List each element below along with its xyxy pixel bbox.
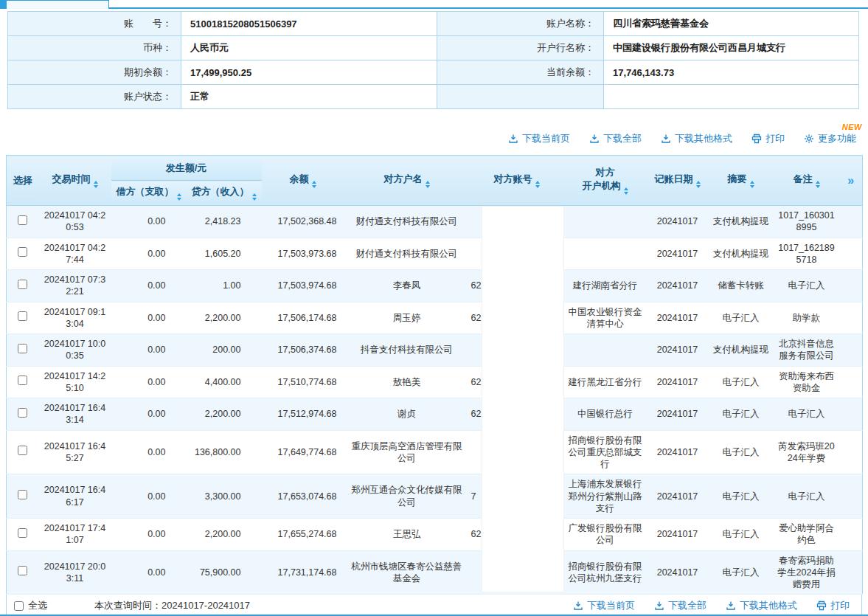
cell-posting-date: 20241017 [647, 398, 709, 431]
select-all-checkbox[interactable] [14, 601, 24, 611]
cell-transaction-time: 20241017 09:13:04 [39, 302, 111, 334]
currency-label: 币种： [8, 36, 181, 60]
row-checkbox[interactable] [18, 446, 27, 455]
cell-remark: 北京抖音信息服务有限公司 [774, 334, 840, 367]
sort-icon[interactable] [750, 181, 754, 188]
sort-icon[interactable] [816, 181, 820, 188]
bank-name-value: 中国建设银行股份有限公司西昌月城支行 [604, 36, 859, 60]
select-all-label: 全选 [28, 599, 47, 612]
col-header-remark[interactable]: 备注 [774, 156, 840, 206]
col-header-balance-label: 余额 [290, 173, 309, 184]
cell-counterparty-bank [564, 334, 647, 367]
col-header-credit[interactable]: 贷方（收入） [187, 181, 262, 206]
query-time-text: 本次查询时间：20241017-20241017 [94, 599, 250, 612]
row-checkbox[interactable] [18, 311, 27, 321]
cell-posting-date: 20241017 [647, 302, 709, 334]
row-checkbox[interactable] [18, 376, 27, 385]
row-checkbox[interactable] [18, 490, 27, 499]
download-other-format-link[interactable]: 下载其他格式 [661, 132, 732, 145]
cell-balance: 17,506,174.68 [262, 302, 344, 334]
cell-select [7, 519, 39, 551]
row-checkbox[interactable] [18, 280, 27, 289]
select-all[interactable]: 全选 [14, 599, 47, 612]
cell-transaction-time: 20241017 04:27:44 [39, 238, 111, 270]
col-header-balance[interactable]: 余额 [262, 156, 344, 206]
row-checkbox[interactable] [18, 344, 27, 353]
download-icon [654, 601, 664, 611]
col-header-account-label: 对方账号 [494, 173, 532, 184]
cell-transaction-time: 20241017 07:32:21 [39, 270, 111, 302]
download-all-link[interactable]: 下载全部 [654, 599, 706, 612]
row-checkbox[interactable] [18, 215, 27, 225]
download-other-format-label: 下载其他格式 [675, 132, 732, 145]
cell-posting-date: 20241017 [647, 270, 709, 302]
cell-counterparty-bank: 招商银行股份有限公司杭州九堡支行 [564, 550, 647, 595]
cell-posting-date: 20241017 [647, 334, 709, 367]
cell-debit-amount: 0.00 [111, 550, 187, 595]
sort-icon[interactable] [177, 193, 181, 201]
tab-stub [0, 0, 6, 9]
account-name-value: 四川省索玛慈善基金会 [604, 12, 859, 36]
col-header-counterparty-account[interactable]: 对方账号 [470, 156, 564, 206]
sort-icon[interactable] [426, 181, 430, 188]
cell-credit-amount: 4,400.00 [187, 366, 262, 398]
cell-select [7, 474, 39, 519]
col-header-counterparty-label: 对方户名 [384, 173, 423, 184]
cell-credit-amount: 2,200.00 [187, 398, 262, 431]
cell-credit-amount: 2,418.23 [187, 206, 262, 238]
sort-icon[interactable] [535, 181, 540, 188]
sort-icon[interactable] [94, 181, 98, 188]
download-all-label: 下载全部 [668, 599, 706, 612]
cell-summary: 电子汇入 [709, 398, 774, 431]
print-link[interactable]: 打印 [751, 132, 785, 145]
download-current-page-link[interactable]: 下载当前页 [573, 599, 635, 612]
cell-counterparty-bank: 中国银行总行 [564, 398, 647, 431]
account-status-value: 正常 [181, 85, 437, 109]
cell-transaction-time: 20241017 17:41:07 [39, 519, 111, 551]
sort-icon[interactable] [624, 187, 628, 195]
cell-debit-amount: 0.00 [111, 334, 187, 367]
active-tab[interactable] [6, 0, 109, 9]
sort-icon[interactable] [252, 193, 257, 201]
col-header-posting-date[interactable]: 记账日期 [647, 156, 709, 206]
col-header-summary[interactable]: 摘要 [709, 156, 774, 206]
more-columns-icon: » [847, 174, 854, 187]
cell-remark: 爱心助学阿合约色 [774, 519, 840, 551]
download-all-label: 下载全部 [603, 132, 642, 145]
row-checkbox[interactable] [18, 247, 27, 257]
cell-counterparty-name: 李春凤 [344, 270, 470, 302]
account-info-row: 账户状态： 正常 [8, 85, 859, 109]
print-link[interactable]: 打印 [816, 599, 850, 612]
row-checkbox[interactable] [18, 528, 27, 538]
row-checkbox[interactable] [18, 408, 27, 418]
sort-icon[interactable] [312, 181, 316, 188]
col-header-counterparty-name[interactable]: 对方户名 [344, 156, 470, 206]
cell-balance: 17,653,074.68 [262, 474, 344, 519]
row-checkbox[interactable] [18, 566, 27, 575]
current-balance-value: 17,746,143.73 [604, 60, 859, 85]
account-name-label: 账户名称： [437, 12, 604, 36]
cell-more [840, 334, 863, 367]
cell-counterparty-bank [564, 238, 647, 270]
sort-icon[interactable] [696, 181, 701, 188]
download-other-format-link[interactable]: 下载其他格式 [726, 599, 797, 612]
transactions-table-wrap: 选择 交易时间 发生额/元 余额 对方户名 对方账号 对方 开户机构 记账日期 … [6, 155, 862, 595]
col-header-counterparty-bank[interactable]: 对方 开户机构 [564, 156, 647, 206]
cell-posting-date: 20241017 [647, 206, 709, 238]
more-columns-button[interactable]: » [840, 156, 863, 206]
cell-balance: 17,502,368.48 [262, 206, 344, 238]
download-icon [573, 601, 583, 611]
col-header-debit[interactable]: 借方（支取） [111, 181, 187, 206]
gear-icon [804, 134, 814, 144]
table-footer-bar: 全选 本次查询时间：20241017-20241017 下载当前页 下载全部 下… [6, 595, 862, 616]
toolbar: 下载当前页 下载全部 下载其他格式 打印 NEW 更多功能 [0, 130, 856, 148]
print-label: 打印 [830, 599, 850, 612]
cell-more [840, 398, 863, 431]
cell-credit-amount: 2,200.00 [187, 302, 262, 334]
more-functions-link[interactable]: NEW 更多功能 [804, 132, 856, 145]
download-all-link[interactable]: 下载全部 [589, 132, 642, 145]
cell-transaction-time: 20241017 16:43:14 [39, 398, 111, 431]
download-current-page-link[interactable]: 下载当前页 [508, 132, 570, 145]
cell-credit-amount: 200.00 [187, 334, 262, 367]
col-header-transaction-time[interactable]: 交易时间 [39, 156, 111, 206]
